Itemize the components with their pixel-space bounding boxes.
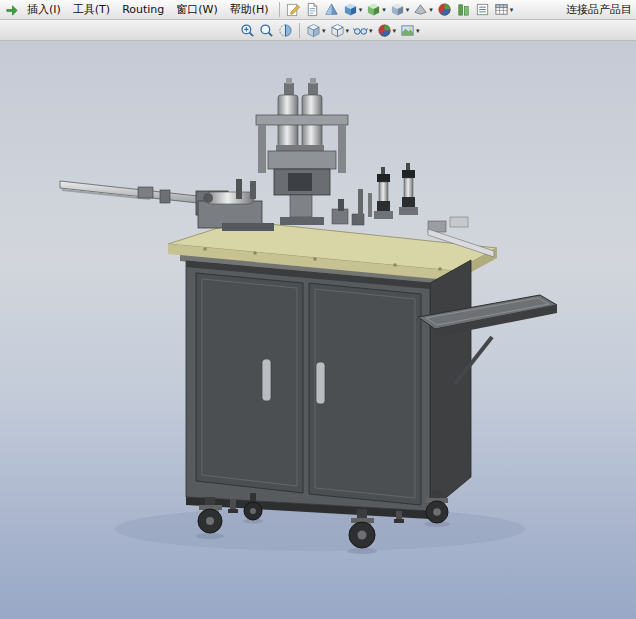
heads-up-view-toolbar: ▾ ▾ ▾ ▾ ▾ — [0, 20, 636, 41]
hide-show-items-icon — [353, 23, 368, 38]
left-door-handle[interactable] — [262, 359, 271, 401]
section-view-icon — [278, 23, 293, 38]
dropdown-arrow-icon: ▾ — [429, 6, 433, 13]
display-style-button[interactable]: ▾ — [329, 21, 351, 39]
assembly-cube-icon — [343, 2, 358, 17]
part-cube-icon — [366, 2, 381, 17]
list-tool-button[interactable] — [474, 1, 491, 19]
left-door[interactable] — [196, 273, 303, 493]
dropdown-arrow-icon: ▾ — [346, 27, 350, 34]
dropdown-arrow-icon: ▾ — [406, 6, 410, 13]
menu-tools[interactable]: 工具(T) — [67, 0, 116, 19]
floor-shadow — [115, 507, 525, 551]
nav-arrow-button[interactable] — [3, 1, 20, 19]
feeder-assembly[interactable] — [198, 179, 274, 231]
dropdown-arrow-icon: ▾ — [322, 27, 326, 34]
cabinet[interactable] — [186, 260, 471, 519]
zoom-area-button[interactable] — [239, 21, 256, 39]
dropdown-arrow-icon: ▾ — [510, 6, 514, 13]
view-orientation-icon — [306, 23, 321, 38]
forward-arrow-icon — [4, 2, 19, 17]
part-tool-button[interactable]: ▾ — [365, 1, 387, 19]
menu-bar: 插入(I) 工具(T) Routing 窗口(W) 帮助(H) ▾ ▾ ▾ ▾ — [0, 0, 636, 20]
menu-window[interactable]: 窗口(W) — [170, 0, 223, 19]
view-cube-icon — [390, 2, 405, 17]
document-tool-button[interactable] — [304, 1, 321, 19]
pyramid-icon — [324, 2, 339, 17]
machine-3d-model[interactable] — [0, 41, 636, 617]
cad-application-window: 插入(I) 工具(T) Routing 窗口(W) 帮助(H) ▾ ▾ ▾ ▾ — [0, 0, 636, 619]
appearance-sphere-button[interactable] — [436, 1, 453, 19]
tools-wedge-icon — [413, 2, 428, 17]
document-title: 连接品产品目 — [566, 2, 634, 17]
appearance-icon — [377, 23, 392, 38]
document-icon — [305, 2, 320, 17]
view-orientation-button[interactable]: ▾ — [305, 21, 327, 39]
air-regulators[interactable] — [374, 163, 418, 219]
section-view-button[interactable] — [277, 21, 294, 39]
dropdown-arrow-icon: ▾ — [416, 27, 420, 34]
dropdown-arrow-icon: ▾ — [359, 6, 363, 13]
sketch-tool-button[interactable] — [285, 1, 302, 19]
sketch-icon — [286, 2, 301, 17]
table-grid-button[interactable]: ▾ — [493, 1, 515, 19]
hide-show-items-button[interactable]: ▾ — [352, 21, 374, 39]
columns-icon — [456, 2, 471, 17]
appearance-sphere-icon — [437, 2, 452, 17]
tools-wedge-button[interactable]: ▾ — [412, 1, 434, 19]
list-icon — [475, 2, 490, 17]
menu-insert[interactable]: 插入(I) — [21, 0, 67, 19]
separator — [279, 2, 280, 17]
zoom-fit-button[interactable] — [258, 21, 275, 39]
apply-scene-button[interactable]: ▾ — [399, 21, 421, 39]
display-style-icon — [330, 23, 345, 38]
dropdown-arrow-icon: ▾ — [369, 27, 373, 34]
assembly-tool-button[interactable]: ▾ — [342, 1, 364, 19]
dropdown-arrow-icon: ▾ — [393, 27, 397, 34]
edit-appearance-button[interactable]: ▾ — [376, 21, 398, 39]
press-cylinders[interactable] — [256, 78, 348, 225]
right-door[interactable] — [309, 283, 421, 505]
menu-routing[interactable]: Routing — [116, 1, 170, 18]
zoom-fit-icon — [259, 23, 274, 38]
zoom-area-icon — [240, 23, 255, 38]
columns-tool-button[interactable] — [455, 1, 472, 19]
table-grid-icon — [494, 2, 509, 17]
scene-icon — [400, 23, 415, 38]
view-tool-button[interactable]: ▾ — [389, 1, 411, 19]
menu-help[interactable]: 帮助(H) — [224, 0, 275, 19]
separator — [299, 23, 300, 38]
dropdown-arrow-icon: ▾ — [382, 6, 386, 13]
right-door-handle[interactable] — [316, 362, 325, 404]
graphics-viewport[interactable] — [0, 41, 636, 619]
pyramid-tool-button[interactable] — [323, 1, 340, 19]
